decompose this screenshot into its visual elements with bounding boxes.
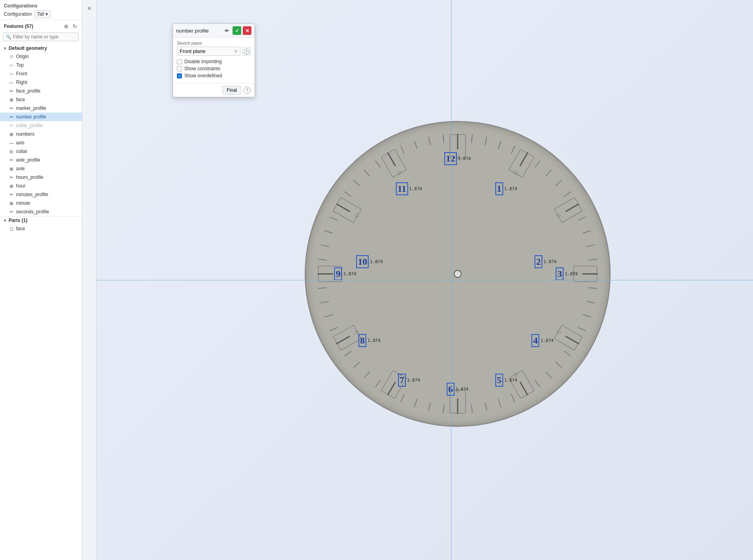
svg-line-40 (375, 380, 380, 387)
search-icon: 🔍 (6, 35, 11, 40)
cancel-button[interactable]: ✕ (243, 26, 251, 35)
list-icon[interactable]: ≡ (84, 3, 95, 13)
dialog-header-icons: ✏ ✓ ✕ (222, 26, 251, 35)
sidebar-item-number-profile[interactable]: ✏ number profile (0, 113, 82, 121)
features-title: Features (57) (4, 24, 33, 29)
sidebar-item-marker-profile[interactable]: ✏ marker_profile (0, 104, 82, 113)
sidebar-item-face-profile[interactable]: ✏ face_profile (0, 87, 82, 95)
search-box: 🔍 (3, 33, 79, 41)
config-label: Configuration (4, 11, 32, 17)
confirm-button[interactable]: ✓ (233, 26, 241, 35)
sketch-icon: ✏ (9, 105, 14, 111)
svg-line-23 (588, 259, 597, 260)
show-constraints-row: Show constraints (177, 66, 251, 71)
svg-point-74 (557, 213, 561, 218)
front-plane-selector[interactable]: Front plane ✕ (177, 47, 240, 56)
sketch-icon: ✏ (9, 192, 14, 197)
disable-imprinting-label: Disable imprinting (184, 59, 222, 64)
sidebar-item-hours-profile[interactable]: ✏ hours_profile (0, 173, 82, 182)
show-constraints-checkbox[interactable] (177, 66, 182, 71)
parts-header[interactable]: ▼ Parts (1) (0, 216, 82, 224)
dialog-title: number profile (176, 28, 209, 34)
svg-line-4 (566, 336, 579, 344)
config-dropdown[interactable]: Tall ▾ (34, 10, 51, 18)
plane-icon: ▭ (9, 80, 14, 85)
edit-button[interactable]: ✏ (222, 26, 231, 35)
sketch-dialog: number profile ✏ ✓ ✕ Sketch plane Front … (173, 24, 255, 97)
clock-number-4: 4 1.874 (531, 334, 553, 347)
sidebar-item-hour[interactable]: ▣ hour (0, 182, 82, 190)
close-plane-icon[interactable]: ✕ (234, 49, 238, 54)
sidebar-item-minute[interactable]: ▣ minute (0, 199, 82, 207)
sidebar-item-numbers[interactable]: ▣ numbers (0, 130, 82, 138)
svg-line-41 (364, 372, 370, 378)
disable-imprinting-checkbox[interactable] (177, 59, 182, 64)
svg-rect-62 (554, 198, 582, 223)
sketch-icon: ✏ (9, 123, 14, 128)
svg-rect-70 (333, 198, 361, 223)
sidebar-item-right[interactable]: ▭ Right (0, 78, 82, 87)
sidebar-item-face[interactable]: ▣ face (0, 95, 82, 104)
clock-number-7: 7 1.874 (398, 374, 420, 387)
clock-number-6: 6 1.874 (447, 383, 469, 396)
collar-label: collar (16, 149, 27, 154)
sidebar-item-seconds-profile[interactable]: ✏ seconds_profile (0, 207, 82, 216)
svg-point-80 (354, 330, 358, 335)
svg-line-2 (566, 204, 579, 212)
svg-line-33 (498, 399, 501, 407)
right-label: Right (16, 80, 27, 85)
svg-line-15 (511, 146, 515, 154)
svg-line-44 (329, 327, 337, 331)
hour-label: hour (16, 183, 25, 189)
clock-number-11: 11 1.874 (396, 182, 422, 195)
help-button[interactable]: ? (244, 87, 251, 94)
show-overdefined-checkbox[interactable]: ✓ (177, 73, 182, 78)
svg-line-57 (414, 141, 417, 149)
toolbar-left: ≡ (82, 0, 96, 560)
sidebar-item-axle[interactable]: ▣ axle (0, 164, 82, 173)
axis-label: axis (16, 140, 24, 145)
collar-profile-label: collar_profile (16, 123, 43, 128)
search-input[interactable] (13, 34, 76, 40)
svg-line-20 (578, 217, 586, 220)
sketch-icon: ✏ (9, 114, 14, 120)
svg-line-29 (555, 362, 562, 368)
sidebar-item-front[interactable]: ▭ Front (0, 69, 82, 78)
face-part-label: face (16, 226, 25, 231)
clock-number-8: 8 1.874 (358, 334, 380, 347)
default-geometry-header[interactable]: ▼ Default geometry (0, 44, 82, 52)
sidebar-item-collar-profile[interactable]: ✏ collar_profile (0, 121, 82, 130)
seconds-profile-label: seconds_profile (16, 209, 49, 215)
minutes-profile-label: minutes_profile (16, 192, 48, 197)
sidebar-item-axle-profile[interactable]: ✏ axle_profile (0, 156, 82, 164)
svg-line-13 (485, 137, 487, 145)
clock-face: 12 1.874 11 1.874 1 1.874 10 (305, 121, 611, 427)
sidebar-item-top[interactable]: ▭ Top (0, 61, 82, 69)
svg-line-21 (583, 231, 591, 233)
sidebar-item-origin[interactable]: ⊙ Origin (0, 52, 82, 61)
face-profile-label: face_profile (16, 88, 40, 94)
svg-line-54 (364, 170, 370, 176)
sidebar-item-axis[interactable]: — axis (0, 138, 82, 147)
svg-line-52 (344, 191, 351, 196)
solid-icon: ▣ (9, 131, 14, 137)
svg-line-53 (353, 180, 360, 186)
svg-line-18 (555, 180, 562, 186)
final-button[interactable]: Final (222, 86, 241, 95)
solid-icon: ▣ (9, 200, 14, 206)
svg-line-32 (511, 394, 515, 402)
origin-icon: ⊙ (9, 54, 14, 59)
axle-label: axle (16, 166, 25, 171)
sidebar-item-minutes-profile[interactable]: ✏ minutes_profile (0, 190, 82, 199)
dim-12: 1.874 (458, 156, 471, 161)
history-icon[interactable]: 🕐 (242, 47, 251, 56)
add-feature-button[interactable]: ⊕ (63, 22, 69, 30)
sidebar-item-face-part[interactable]: ◻ face (0, 224, 82, 233)
sidebar-item-collar[interactable]: ◎ collar (0, 147, 82, 156)
default-geometry-label: Default geometry (9, 45, 47, 51)
clock-number-3: 3 1.874 (556, 267, 578, 280)
show-overdefined-row: ✓ Show overdefined (177, 73, 251, 78)
chevron-icon: ▼ (3, 46, 7, 51)
refresh-button[interactable]: ↻ (72, 22, 78, 30)
clock-number-12: 12 1.874 (444, 152, 471, 165)
